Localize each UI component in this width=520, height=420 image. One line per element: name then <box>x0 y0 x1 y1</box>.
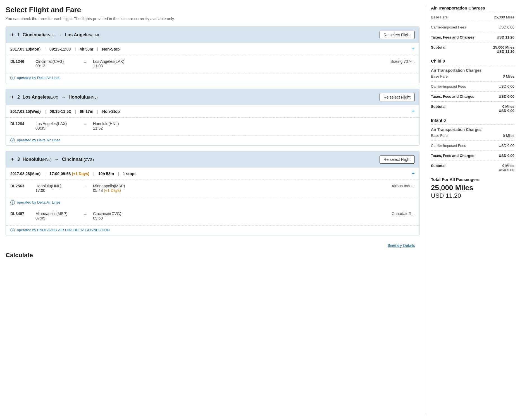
sidebar-row-label: Carrier-imposed Fees <box>431 84 489 89</box>
airplane-icon: ✈ <box>10 156 15 163</box>
segment-arrow: → <box>83 59 87 65</box>
info-icon: i <box>10 76 15 80</box>
sidebar-row-1-1: Carrier-imposed FeesUSD 0.00 <box>431 84 514 89</box>
sidebar-row-0-2: Taxes, Fees and ChargesUSD 11.20 <box>431 35 514 39</box>
flight-summary-3: 2017.08.28(Mon) | 17:00-09:58 (+1 Days) … <box>6 168 419 180</box>
segment-flight-id: DL2563 <box>10 184 30 188</box>
flight-times-3: 17:00-09:58 (+1 Days) <box>49 171 89 176</box>
flight-route-2: Los Angeles(LAX) → Honolulu(HNL) <box>23 95 377 100</box>
flight-summary-2: 2017.03.15(Wed) | 08:35-11:52 | 6h 17m |… <box>6 105 419 118</box>
flight-stops-2: Non-Stop <box>102 109 120 114</box>
sidebar-row-label: Base Fare <box>431 15 489 19</box>
sidebar-row-value: USD 11.20 <box>489 35 514 39</box>
segment-origin: Honolulu(HNL) 17:00 <box>35 184 77 193</box>
flight-stops-3: 1 stops <box>123 171 137 176</box>
flight-times-2: 08:35-11:52 <box>50 109 71 114</box>
flight-index-2: 2 <box>17 95 20 100</box>
sidebar-row-divider <box>431 91 514 92</box>
info-icon: i <box>10 138 15 142</box>
flight-card-3: ✈ 3 Honolulu(HNL) → Cincinnati(CVG) Re s… <box>6 151 419 235</box>
flight-duration-1: 4h 50m <box>80 47 93 51</box>
sidebar-subtitle-1: Air Transportation Charges <box>431 68 514 73</box>
segment-origin: Cincinnati(CVG) 09:13 <box>35 59 77 68</box>
reselect-flight-button-3[interactable]: Re select Flight <box>380 155 415 164</box>
sidebar-row-0-3: Subtotal25,000 Miles USD 11.20 <box>431 45 514 54</box>
page-subtitle: You can check the fares for each flight.… <box>6 16 419 21</box>
segment-flight-id: DL3467 <box>10 211 30 216</box>
segment-flight-id: DL1246 <box>10 59 30 64</box>
flight-route-3: Honolulu(HNL) → Cincinnati(CVG) <box>23 157 377 162</box>
operated-by-3-0: i operated by Delta Air Lines <box>6 198 419 207</box>
sidebar-row-label: Carrier-imposed Fees <box>431 25 489 29</box>
segment-destination: Honolulu(HNL) 11:52 <box>93 121 135 130</box>
flight-route-1: Cincinnati(CVG) → Los Angeles(LAX) <box>23 32 377 37</box>
sidebar-row-2-0: Base Fare0 Miles <box>431 133 514 138</box>
expand-button-3[interactable]: + <box>411 170 415 177</box>
reselect-flight-button-1[interactable]: Re select Flight <box>380 31 415 39</box>
sidebar-row-label: Subtotal <box>431 104 489 109</box>
segment-destination: Los Angeles(LAX) 11:03 <box>93 59 135 68</box>
itinerary-details-link[interactable]: Itinerary Details <box>388 243 415 248</box>
info-icon: i <box>10 228 15 232</box>
segment-aircraft: Boeing 737-... <box>390 59 415 64</box>
flight-header-2: ✈ 2 Los Angeles(LAX) → Honolulu(HNL) Re … <box>6 89 419 105</box>
pricing-sidebar: Air Transportation ChargesBase Fare25,00… <box>425 6 514 414</box>
flight-times-1: 09:13-11:03 <box>49 47 71 51</box>
sidebar-row-value: 0 Miles USD 0.00 <box>489 104 514 113</box>
sidebar-row-1-2: Taxes, Fees and ChargesUSD 0.00 <box>431 94 514 99</box>
operator-link[interactable]: operated by Delta Air Lines <box>17 138 61 142</box>
sidebar-section-title-1: Child 0 <box>431 59 514 65</box>
segment-arrow: → <box>83 184 87 189</box>
segment-aircraft: Airbus Indu... <box>392 184 415 188</box>
sidebar-row-0-0: Base Fare25,000 Miles <box>431 15 514 19</box>
sidebar-row-2-1: Carrier-imposed FeesUSD 0.00 <box>431 144 514 148</box>
operator-link[interactable]: operated by ENDEAVOR AIR DBA DELTA CONNE… <box>17 228 110 232</box>
total-label: Total For All Passengers <box>431 177 514 182</box>
sidebar-row-value: 0 Miles <box>489 133 514 138</box>
segment-destination: Cincinnati(CVG) 09:58 <box>93 211 135 220</box>
sidebar-section-0: Air Transportation ChargesBase Fare25,00… <box>431 6 514 54</box>
flight-card-1: ✈ 1 Cincinnati(CVG) → Los Angeles(LAX) R… <box>6 27 419 83</box>
sidebar-row-label: Subtotal <box>431 164 489 168</box>
flight-date-3: 2017.08.28(Mon) <box>10 171 40 176</box>
operator-link[interactable]: operated by Delta Air Lines <box>17 200 61 204</box>
sidebar-row-value: 0 Miles <box>489 74 514 78</box>
sidebar-section-title-2: Infant 0 <box>431 118 514 125</box>
flight-index-3: 3 <box>17 157 20 162</box>
segment-origin: Los Angeles(LAX) 08:35 <box>35 121 77 130</box>
segment-arrow: → <box>83 121 87 127</box>
total-usd: USD 11.20 <box>431 192 514 199</box>
flight-index-1: 1 <box>17 32 20 37</box>
flight-segment-3-0: DL2563 Honolulu(HNL) 17:00 → Minneapolis… <box>6 180 419 198</box>
info-icon: i <box>10 200 15 205</box>
segment-aircraft: Canadair R... <box>392 211 415 216</box>
airplane-icon: ✈ <box>10 32 15 38</box>
flight-segment-1-0: DL1246 Cincinnati(CVG) 09:13 → Los Angel… <box>6 55 419 73</box>
sidebar-row-label: Taxes, Fees and Charges <box>431 35 489 39</box>
sidebar-section-title-0: Air Transportation Charges <box>431 6 514 12</box>
sidebar-row-label: Subtotal <box>431 45 489 49</box>
expand-button-1[interactable]: + <box>411 46 415 52</box>
sidebar-section-2: Infant 0Air Transportation ChargesBase F… <box>431 118 514 172</box>
sidebar-row-1-3: Subtotal0 Miles USD 0.00 <box>431 104 514 113</box>
flight-summary-1: 2017.03.13(Mon) | 09:13-11:03 | 4h 50m |… <box>6 43 419 55</box>
sidebar-subtitle-2: Air Transportation Charges <box>431 127 514 132</box>
sidebar-row-divider <box>431 161 514 161</box>
flight-date-1: 2017.03.13(Mon) <box>10 47 40 51</box>
flight-date-2: 2017.03.15(Wed) <box>10 109 41 114</box>
sidebar-row-divider <box>431 42 514 42</box>
sidebar-row-divider <box>431 22 514 22</box>
expand-button-2[interactable]: + <box>411 108 415 114</box>
flight-header-3: ✈ 3 Honolulu(HNL) → Cincinnati(CVG) Re s… <box>6 151 419 168</box>
sidebar-row-label: Taxes, Fees and Charges <box>431 154 489 158</box>
operator-link[interactable]: operated by Delta Air Lines <box>17 76 61 80</box>
sidebar-row-divider <box>431 81 514 82</box>
flight-header-1: ✈ 1 Cincinnati(CVG) → Los Angeles(LAX) R… <box>6 27 419 43</box>
page-title: Select Flight and Fare <box>6 6 419 14</box>
airplane-icon: ✈ <box>10 94 15 100</box>
total-section: Total For All Passengers 25,000 Miles US… <box>431 177 514 199</box>
total-miles: 25,000 Miles <box>431 183 514 192</box>
reselect-flight-button-2[interactable]: Re select Flight <box>380 93 415 101</box>
itinerary-link-container: Itinerary Details <box>6 241 419 249</box>
sidebar-row-value: USD 0.00 <box>489 154 514 158</box>
